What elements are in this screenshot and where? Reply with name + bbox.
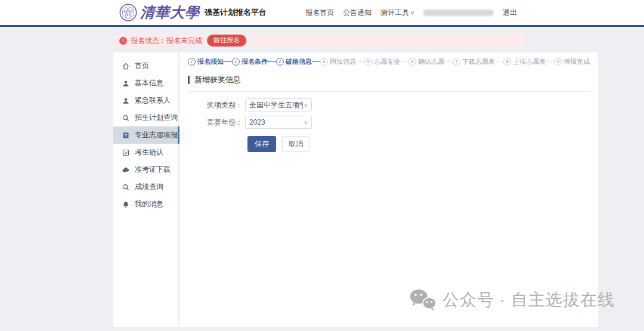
title-accent-bar [188, 76, 190, 84]
step-connector [356, 61, 364, 62]
nav-logout[interactable]: 退出 [503, 8, 517, 18]
sidebar-item-candidate-confirm[interactable]: 考生确认 [113, 144, 178, 161]
step-connector [400, 61, 408, 62]
section-title: 新增获奖信息 [188, 75, 590, 85]
cloud-download-icon [122, 166, 130, 174]
alert-text: 报名状态：报名未完成 [131, 36, 202, 46]
divider [188, 91, 590, 92]
page-container: ! 报名状态：报名未完成 前往报名 首页 基本信息 紧急联系人 招生计划查询 [113, 34, 525, 327]
search-icon [122, 114, 130, 122]
chevron-down-icon: ∨ [304, 120, 308, 125]
warning-icon: ! [119, 37, 127, 45]
nav-registration-home[interactable]: 报名首页 [305, 8, 334, 18]
status-alert: ! 报名状态：报名未完成 前往报名 [113, 34, 525, 47]
step-preference-major: 5志愿专业 [364, 57, 400, 66]
sidebar-item-admission-plan-query[interactable]: 招生计划查询 [113, 109, 178, 126]
step-registration-conditions: ✓报名条件 [232, 57, 268, 66]
award-category-label: 奖项类别： [188, 100, 245, 110]
check-icon: ✓ [232, 58, 240, 66]
top-nav: 报名首页 公告通知 测评工具∨ 退出 [305, 8, 517, 18]
chevron-down-icon: ∨ [304, 103, 308, 108]
step-exception-info: ✓破格信息 [276, 57, 312, 66]
search-icon [122, 183, 130, 191]
main-panel: ✓报名须知 ✓报名条件 ✓破格信息 4附加信息 5志愿专业 6确认志愿 7下载志… [179, 52, 598, 327]
wechat-icon [409, 287, 436, 313]
sidebar-item-major-preference[interactable]: 专业志愿填报 [113, 126, 178, 144]
sidebar-item-basic-info[interactable]: 基本信息 [113, 75, 178, 92]
bell-icon [122, 200, 130, 208]
step-confirm-preference: 6确认志愿 [408, 57, 444, 66]
nav-assessment-tools[interactable]: 测评工具∨ [380, 8, 414, 18]
sidebar-item-home[interactable]: 首页 [113, 57, 178, 75]
step-upload-form: 8上传志愿表 [503, 57, 546, 66]
check-icon: ✓ [276, 58, 284, 66]
redacted-username [423, 10, 494, 16]
logo: 清華大學 强基计划报名平台 [119, 4, 267, 21]
step-connector [444, 61, 453, 62]
competition-year-select[interactable]: 2023 ∨ [245, 116, 312, 129]
nav-announcements[interactable]: 公告通知 [343, 8, 371, 18]
step-connector [312, 61, 320, 62]
step-connector [495, 61, 503, 62]
university-name: 清華大學 [140, 5, 200, 20]
watermark: 公众号 · 自主选拔在线 [409, 287, 615, 313]
check-icon: ✓ [188, 58, 196, 66]
sidebar: 首页 基本信息 紧急联系人 招生计划查询 专业志愿填报 考生确认 [113, 52, 178, 327]
cancel-button[interactable]: 取消 [282, 136, 309, 152]
home-icon [122, 62, 130, 70]
award-form: 奖项类别： 全国中学生五项学科竞... ∨ 竞赛年份： 2023 ∨ 保存 取消 [188, 98, 590, 152]
sidebar-item-score-query[interactable]: 成绩查询 [113, 178, 178, 196]
sidebar-item-admit-card-download[interactable]: 准考证下载 [113, 161, 178, 178]
step-connector [546, 61, 554, 62]
user-icon [122, 97, 130, 104]
step-complete: 9填报完成 [554, 57, 590, 66]
chevron-down-icon: ∨ [410, 10, 415, 16]
user-icon [122, 79, 130, 87]
watermark-text: 公众号 · 自主选拔在线 [442, 289, 615, 311]
save-button[interactable]: 保存 [247, 136, 276, 152]
app-header: 清華大學 强基计划报名平台 报名首页 公告通知 测评工具∨ 退出 [0, 0, 644, 27]
platform-title: 强基计划报名平台 [205, 7, 267, 18]
check-square-icon [122, 149, 130, 156]
go-register-button[interactable]: 前往报名 [207, 35, 246, 46]
step-connector [224, 61, 232, 62]
step-connector [268, 61, 276, 62]
tsinghua-seal-icon [119, 4, 137, 21]
step-additional-info: 4附加信息 [320, 57, 356, 66]
form-icon [122, 131, 130, 139]
step-download-form: 7下载志愿表 [453, 57, 495, 66]
sidebar-item-emergency-contact[interactable]: 紧急联系人 [113, 92, 178, 109]
step-indicator: ✓报名须知 ✓报名条件 ✓破格信息 4附加信息 5志愿专业 6确认志愿 7下载志… [188, 57, 590, 66]
step-registration-notice: ✓报名须知 [188, 57, 224, 66]
award-category-select[interactable]: 全国中学生五项学科竞... ∨ [245, 98, 312, 112]
competition-year-label: 竞赛年份： [188, 117, 245, 128]
sidebar-item-messages[interactable]: 我的消息 [113, 196, 178, 213]
